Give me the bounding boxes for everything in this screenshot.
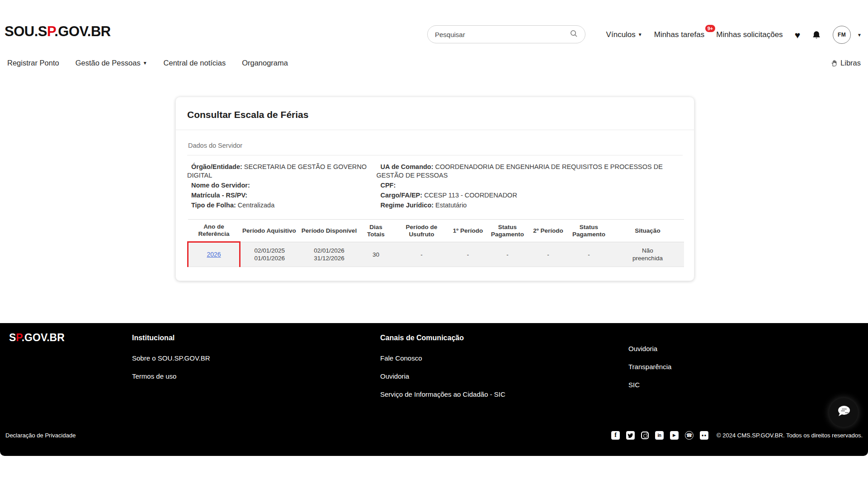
situacao-cell: Não preenchida bbox=[612, 242, 684, 267]
field-label: Órgão/Entidade: bbox=[191, 163, 242, 170]
sou-sp-gov-logo[interactable]: SOU.SP.GOV.BR bbox=[5, 23, 111, 40]
social-icons-row: f in ▶ ☎ ●● bbox=[611, 431, 708, 440]
privacy-declaration-link[interactable]: Declaração de Privacidade bbox=[5, 432, 75, 439]
field-nome-do-servidor: Nome do Servidor: bbox=[187, 181, 376, 190]
field-tipo-de-folha: Tipo de Folha:Centralizada bbox=[187, 201, 376, 210]
periodo-disponivel-inicio: 02/01/2026 bbox=[314, 247, 344, 254]
footer-link-ouvidoria-2[interactable]: Ouvidoria bbox=[628, 345, 671, 352]
footer-link-transparencia[interactable]: Transparência bbox=[628, 363, 671, 371]
notifications-bell-icon[interactable] bbox=[812, 30, 821, 40]
field-label: Cargo/FA/EP: bbox=[380, 192, 422, 199]
periodo-aquisitivo-cell: 02/01/2025 01/01/2026 bbox=[240, 242, 299, 267]
chevron-down-icon[interactable]: ▼ bbox=[857, 33, 862, 38]
logo-text-post: .GOV.BR bbox=[54, 23, 111, 39]
field-label: Matrícula - RS/PV: bbox=[191, 192, 247, 199]
status-pagamento-2-cell: - bbox=[566, 242, 612, 267]
field-cargo-fa-ep: Cargo/FA/EP:CCESP 113 - COORDENADOR bbox=[376, 191, 683, 200]
table-header-row: Ano de Referência Período Aquisitivo Per… bbox=[188, 220, 684, 242]
page-title: Consultar Escala de Férias bbox=[176, 97, 694, 130]
consultar-escala-card: Consultar Escala de Férias Dados do Serv… bbox=[175, 97, 694, 281]
nav-organograma[interactable]: Organograma bbox=[242, 59, 288, 67]
vinculos-label: Vínculos bbox=[606, 30, 636, 39]
search-bar[interactable] bbox=[427, 25, 585, 43]
instagram-icon[interactable] bbox=[641, 432, 649, 439]
col-primeiro-periodo: 1º Período bbox=[451, 220, 485, 242]
vinculos-menu[interactable]: Vínculos▼ bbox=[606, 30, 642, 39]
chat-widget-button[interactable] bbox=[829, 398, 858, 427]
periodo-disponivel-cell: 02/01/2026 31/12/2026 bbox=[299, 242, 360, 267]
col-status-pagamento-1: Status Pagamento bbox=[485, 220, 530, 242]
card-body: Dados do Servidor Órgão/Entidade:SECRETA… bbox=[176, 130, 694, 281]
nav-gestao-label: Gestão de Pessoas bbox=[75, 59, 141, 67]
minhas-tarefas-label: Minhas tarefas bbox=[654, 30, 705, 39]
footer-link-ouvidoria[interactable]: Ouvidoria bbox=[380, 372, 505, 380]
col-status-pagamento-2: Status Pagamento bbox=[566, 220, 612, 242]
logo-text-pre: SOU. bbox=[5, 23, 38, 39]
minhas-solicitacoes-link[interactable]: Minhas solicitações bbox=[716, 30, 783, 39]
field-label: Regime Jurídico: bbox=[380, 202, 434, 209]
field-matricula-rs-pv: Matrícula - RS/PV: bbox=[187, 191, 376, 200]
copyright-text: © 2024 CMS.SP.GOV.BR. Todos os direitos … bbox=[717, 432, 863, 439]
field-cpf: CPF: bbox=[376, 181, 683, 190]
logo-p: P bbox=[47, 23, 54, 39]
user-menu[interactable]: FM ▼ bbox=[833, 26, 862, 44]
periodo-aquisitivo-fim: 01/01/2026 bbox=[254, 255, 285, 262]
ano-referencia-link[interactable]: 2026 bbox=[207, 251, 221, 258]
favorites-heart-icon[interactable]: ♥ bbox=[795, 30, 800, 40]
footer-link-sic-2[interactable]: SIC bbox=[628, 381, 671, 389]
col-periodo-disponivel: Período Disponível bbox=[299, 220, 360, 242]
footer-institucional-column: Institucional Sobre o SOU.SP.GOV.BR Term… bbox=[132, 334, 210, 390]
field-label: CPF: bbox=[380, 182, 396, 189]
page-footer: SP.GOV.BR Institucional Sobre o SOU.SP.G… bbox=[0, 323, 868, 456]
footer-institucional-title: Institucional bbox=[132, 334, 210, 342]
flickr-icon[interactable]: ●● bbox=[700, 431, 708, 440]
main-nav: Registrar Ponto Gestão de Pessoas▼ Centr… bbox=[0, 52, 868, 74]
chevron-down-icon: ▼ bbox=[638, 32, 642, 37]
footer-link-termos[interactable]: Termos de uso bbox=[132, 372, 210, 380]
dias-totais-cell: 30 bbox=[360, 242, 392, 267]
linkedin-icon[interactable]: in bbox=[655, 431, 664, 440]
search-icon[interactable] bbox=[570, 29, 578, 39]
youtube-icon[interactable]: ▶ bbox=[670, 431, 679, 440]
libras-button[interactable]: Libras bbox=[830, 59, 861, 67]
col-ano-referencia: Ano de Referência bbox=[188, 220, 240, 242]
minhas-tarefas-link[interactable]: Minhas tarefas9+ bbox=[654, 30, 705, 39]
twitter-icon[interactable] bbox=[626, 431, 635, 440]
field-value: Estatutário bbox=[435, 202, 467, 209]
tasks-count-badge: 9+ bbox=[705, 25, 716, 32]
nav-gestao-de-pessoas[interactable]: Gestão de Pessoas▼ bbox=[75, 59, 147, 67]
table-row: 2026 02/01/2025 01/01/2026 02/01/2026 31… bbox=[188, 242, 684, 267]
fields-left-column: Órgão/Entidade:SECRETARIA DE GESTÃO E GO… bbox=[187, 161, 376, 211]
top-header: SOU.SP.GOV.BR Vínculos▼ Minhas tarefas9+… bbox=[0, 19, 868, 51]
col-segundo-periodo: 2º Período bbox=[530, 220, 566, 242]
footer-canais-column: Canais de Comunicação Fale Conosco Ouvid… bbox=[380, 334, 505, 408]
logo-s: S bbox=[38, 23, 47, 39]
sp-gov-footer-logo[interactable]: SP.GOV.BR bbox=[9, 332, 65, 344]
footer-link-sic[interactable]: Serviço de Informações ao Cidadão - SIC bbox=[380, 390, 505, 398]
header-actions: Vínculos▼ Minhas tarefas9+ Minhas solici… bbox=[606, 19, 862, 51]
periodo-disponivel-fim: 31/12/2026 bbox=[314, 255, 344, 262]
periodo-usufruto-cell: - bbox=[392, 242, 451, 267]
field-value: Centralizada bbox=[238, 202, 274, 209]
chevron-down-icon: ▼ bbox=[143, 61, 147, 66]
facebook-icon[interactable]: f bbox=[611, 431, 620, 440]
col-periodo-usufruto: Período de Usufruto bbox=[392, 220, 451, 242]
footer-extra-column: Ouvidoria Transparência SIC bbox=[628, 345, 671, 399]
whatsapp-icon[interactable]: ☎ bbox=[685, 431, 693, 440]
nav-registrar-ponto[interactable]: Registrar Ponto bbox=[7, 59, 59, 67]
footer-canais-title: Canais de Comunicação bbox=[380, 334, 505, 342]
field-label: UA de Comando: bbox=[380, 163, 433, 170]
col-situacao: Situação bbox=[612, 220, 684, 242]
nav-central-de-noticias[interactable]: Central de notícias bbox=[164, 59, 226, 67]
field-label: Tipo de Folha: bbox=[191, 202, 236, 209]
status-pagamento-1-cell: - bbox=[485, 242, 530, 267]
footer-link-fale-conosco[interactable]: Fale Conosco bbox=[380, 354, 505, 362]
fields-right-column: UA de Comando:COORDENADORIA DE ENGENHARI… bbox=[376, 161, 683, 211]
ano-referencia-cell-highlighted: 2026 bbox=[188, 242, 240, 267]
search-input[interactable] bbox=[435, 31, 570, 38]
footer-link-sobre[interactable]: Sobre o SOU.SP.GOV.BR bbox=[132, 354, 210, 362]
avatar[interactable]: FM bbox=[833, 26, 851, 44]
section-dados-do-servidor: Dados do Servidor bbox=[187, 139, 683, 155]
footer-bottom-bar: Declaração de Privacidade f in ▶ ☎ ●● © … bbox=[0, 430, 868, 441]
periodo-aquisitivo-inicio: 02/01/2025 bbox=[254, 247, 285, 254]
